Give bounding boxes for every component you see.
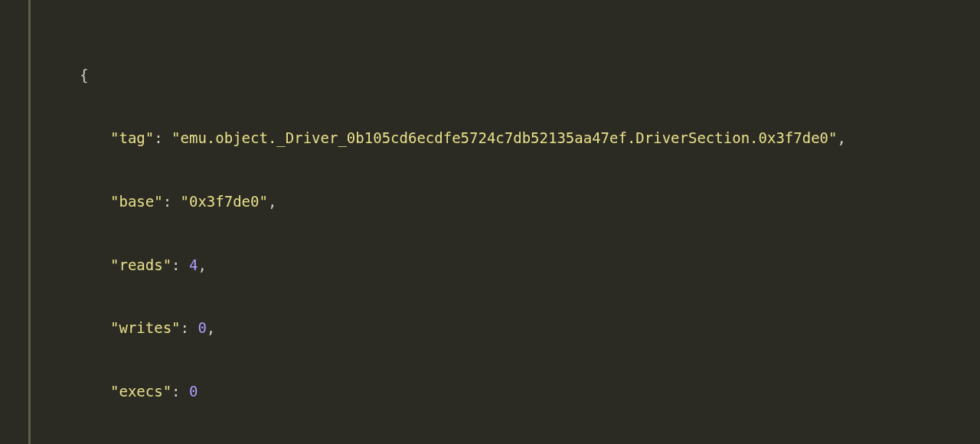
json-brace-open: { bbox=[43, 65, 980, 87]
code-editor-content[interactable]: { "tag": "emu.object._Driver_0b105cd6ecd… bbox=[43, 0, 980, 444]
json-kv-writes: "writes": 0, bbox=[43, 318, 980, 339]
json-kv-tag: "tag": "emu.object._Driver_0b105cd6ecdfe… bbox=[43, 128, 980, 149]
editor-gutter bbox=[0, 0, 43, 444]
json-kv-execs: "execs": 0 bbox=[43, 381, 980, 403]
json-kv-base: "base": "0x3f7de0", bbox=[43, 191, 980, 213]
json-kv-reads: "reads": 4, bbox=[43, 255, 980, 276]
